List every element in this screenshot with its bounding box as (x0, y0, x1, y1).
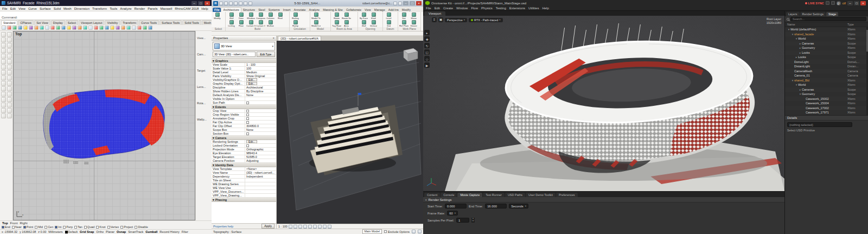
stage-tree-row[interactable]: DomeLightDomeL... (785, 60, 868, 65)
redo-icon[interactable] (234, 2, 238, 5)
torus-icon[interactable] (1, 92, 6, 97)
notifications-icon[interactable] (831, 1, 835, 5)
menu-help[interactable]: Help (201, 7, 208, 10)
crop-view-icon[interactable] (308, 225, 312, 229)
toolbar-tab-select[interactable]: Select (66, 20, 78, 25)
tab-viewport[interactable]: Viewport (424, 11, 445, 16)
plane-icon[interactable] (7, 54, 12, 59)
menu-create[interactable]: Create (443, 7, 453, 10)
property-value[interactable]: Edit... (245, 82, 276, 85)
sun-path-icon[interactable] (298, 225, 302, 229)
frame-rate-select[interactable]: 60 ▾ (447, 211, 458, 216)
print-icon[interactable] (239, 2, 242, 5)
tool-show[interactable]: Show (409, 12, 418, 20)
help-icon[interactable] (398, 2, 402, 5)
property-group-phasing[interactable]: ▾Phasing (212, 198, 276, 202)
temporary-hide-icon[interactable] (318, 225, 322, 229)
checkbox[interactable] (44, 226, 47, 229)
tool-wall[interactable]: Wall (359, 20, 368, 27)
save-icon[interactable] (224, 2, 228, 5)
filter-icon[interactable] (412, 230, 416, 233)
instance-selector[interactable]: 3D View: {3D} - robert.cerv... (213, 52, 256, 57)
close-icon[interactable]: × (205, 1, 210, 5)
type-column-header[interactable]: Type (847, 23, 866, 26)
box-icon[interactable] (1, 70, 6, 75)
osnap-vertex[interactable]: Vertex (107, 225, 119, 229)
tool-floor[interactable]: Floor (237, 20, 246, 27)
move-icon[interactable]: ✚ (424, 36, 430, 42)
ribbon-tab-file[interactable]: File (213, 8, 221, 12)
stage-tree-row[interactable]: ▸LooksScope (785, 50, 868, 55)
menu-mesh[interactable]: Mesh (63, 7, 72, 10)
join-icon[interactable] (126, 26, 131, 30)
stage-tree-row[interactable]: ▾WorldXform (785, 36, 868, 41)
apply-button[interactable]: Apply (261, 224, 275, 229)
edit-button[interactable]: Edit... (246, 140, 257, 143)
end-time-input[interactable]: 16.000 (485, 204, 507, 208)
ribbon-tab-modify[interactable]: Modify (400, 8, 412, 12)
property-value[interactable]: Architectural (245, 86, 276, 89)
checkbox[interactable] (2, 226, 4, 229)
osnap-project[interactable]: Project (120, 225, 133, 229)
property-value[interactable]: Independent (245, 175, 276, 178)
close-icon[interactable]: × (416, 1, 422, 5)
menu-physics[interactable]: Physics (481, 7, 493, 10)
unroll-icon[interactable] (1, 113, 6, 118)
toggle-osnap[interactable]: Osnap (117, 230, 126, 233)
split-icon[interactable] (121, 26, 125, 30)
loft-icon[interactable] (1, 59, 6, 64)
search-icon[interactable] (393, 2, 397, 5)
toggle-filter[interactable]: Filter (182, 230, 188, 233)
scale-icon[interactable] (99, 26, 104, 30)
dimension-icon[interactable] (7, 97, 12, 102)
tool-shaft[interactable]: Shaft (369, 12, 378, 20)
toolbar-tab-transform[interactable]: Transform (120, 20, 138, 25)
open-icon[interactable] (219, 2, 223, 5)
play-icon[interactable]: ▶ (424, 62, 430, 68)
revolve-icon[interactable] (7, 59, 12, 64)
property-value[interactable] (245, 194, 276, 197)
toolbar-tab-display[interactable]: Display (51, 20, 65, 25)
leader-icon[interactable] (1, 103, 6, 107)
property-value[interactable]: <None> (245, 167, 276, 170)
shadows-icon[interactable] (303, 225, 307, 229)
property-group-identity-data[interactable]: ▾Identity Data (212, 163, 276, 167)
property-value[interactable] (245, 179, 276, 182)
tool-viewer[interactable]: Viewer (409, 20, 418, 27)
property-value[interactable]: Medium (245, 71, 276, 74)
toolbar-tab-set-view[interactable]: Set View (34, 20, 50, 25)
select-icon[interactable] (418, 230, 422, 233)
ribbon-tab-analyze[interactable]: Analyze (308, 8, 322, 12)
ribbon-tab-insert[interactable]: Insert (282, 8, 292, 12)
property-group-extents[interactable]: ▾Extents (212, 105, 276, 109)
menu-tools[interactable]: Tools (110, 7, 117, 10)
toggle-planar[interactable]: Planar (106, 230, 114, 233)
menu-panels[interactable]: Panels (148, 7, 157, 10)
axis-gizmo-icon[interactable] (425, 177, 437, 189)
stage-tree-row[interactable]: ▾WorldXform (785, 83, 868, 87)
tool-set[interactable]: Set (399, 12, 409, 20)
checkbox[interactable] (35, 226, 37, 229)
property-value[interactable]: Edit... (245, 78, 276, 81)
osnap-knot[interactable]: Knot (96, 225, 105, 229)
tab-stage[interactable]: Stage (826, 12, 838, 16)
property-value[interactable] (245, 132, 276, 135)
scale-indicator[interactable]: 1 : 100 (278, 225, 288, 228)
stage-tree-row[interactable]: ▸GeometryXform (785, 46, 868, 50)
minimize-icon[interactable]: – (192, 1, 197, 5)
osnap-cen[interactable]: Cen (44, 225, 53, 229)
target-label[interactable]: Target (197, 69, 210, 72)
property-value[interactable]: 98943.4 (245, 151, 276, 155)
rotate-icon[interactable]: ↻ (424, 43, 430, 48)
checkbox[interactable] (246, 113, 249, 116)
menu-render[interactable]: Render (135, 7, 145, 10)
exclude-options-toggle[interactable]: Exclude Options (384, 230, 410, 233)
workset-selector[interactable]: Main Model (362, 229, 382, 234)
edit-type-button[interactable]: Edit Type (257, 52, 275, 57)
minimize-icon[interactable]: – (847, 1, 853, 5)
ribbon-tab-view[interactable]: View (363, 8, 373, 12)
tool-grid[interactable]: Grid (384, 20, 393, 27)
checkbox[interactable] (74, 226, 77, 229)
lens-label[interactable]: Lens... (197, 85, 210, 88)
stage-tree-row[interactable]: DistantLightDistan... (785, 64, 868, 69)
